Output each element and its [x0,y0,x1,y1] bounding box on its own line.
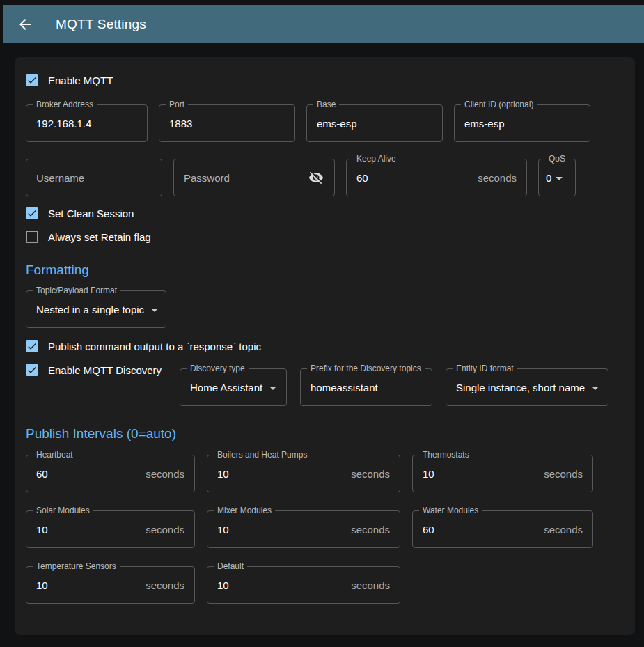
interval-value: 10 [217,524,229,536]
interval-field-heartbeat[interactable]: Heartbeat 60 seconds [26,455,195,492]
interval-label: Heartbeat [33,450,77,460]
interval-value: 10 [217,579,229,591]
interval-unit: seconds [351,524,390,536]
topic-payload-format-label: Topic/Payload Format [33,286,120,296]
enable-discovery-checkbox[interactable]: Enable MQTT Discovery [26,364,180,376]
back-button[interactable] [17,16,33,33]
discovery-prefix-label: Prefix for the Discovery topics [307,364,425,374]
username-field[interactable]: Username [26,159,162,196]
qos-value: 0 [546,172,551,184]
interval-unit: seconds [351,579,390,591]
discovery-row: Enable MQTT Discovery Discovery type Hom… [26,368,624,406]
interval-field-thermostats[interactable]: Thermostats 10 seconds [412,455,593,492]
arrow-drop-down-icon [592,387,599,390]
checkbox-label: Enable MQTT [48,75,113,86]
broker-address-field[interactable]: Broker Address 192.168.1.4 [26,104,148,142]
keep-alive-label: Keep Alive [353,154,400,164]
discovery-prefix-field[interactable]: Prefix for the Discovery topics homeassi… [300,368,432,406]
interval-label: Boilers and Heat Pumps [214,450,311,460]
interval-value: 10 [423,468,434,480]
client-id-field[interactable]: Client ID (optional) ems-esp [454,104,590,142]
interval-label: Thermostats [419,450,473,460]
password-placeholder: Password [184,172,230,184]
publish-intervals-heading: Publish Intervals (0=auto) [26,425,624,443]
interval-value: 10 [36,524,48,536]
app-bar: MQTT Settings [3,5,644,43]
entity-id-format-select[interactable]: Entity ID format Single instance, short … [446,368,608,406]
arrow-drop-down-icon [151,309,158,312]
checkbox-label: Enable MQTT Discovery [48,364,162,376]
interval-unit: seconds [146,468,184,480]
interval-field-mixer[interactable]: Mixer Modules 10 seconds [207,510,400,548]
base-value: ems-esp [317,118,357,130]
broker-address-value: 192.168.1.4 [36,118,91,130]
publish-response-checkbox[interactable]: Publish command output to a `response` t… [26,340,624,352]
discovery-prefix-value: homeassistant [311,382,378,393]
interval-label: Solar Modules [33,506,93,516]
qos-label: QoS [545,154,569,164]
interval-field-boilers[interactable]: Boilers and Heat Pumps 10 seconds [207,455,400,492]
port-label: Port [166,100,188,110]
checkbox-checked-icon [26,340,38,352]
interval-unit: seconds [146,524,184,536]
base-field[interactable]: Base ems-esp [306,104,443,142]
toggle-password-visibility-button[interactable] [308,169,324,186]
interval-field-temperature-sensors[interactable]: Temperature Sensors 10 seconds [26,566,195,604]
client-id-label: Client ID (optional) [461,100,537,110]
broker-address-label: Broker Address [33,100,97,110]
interval-field-solar[interactable]: Solar Modules 10 seconds [26,510,195,548]
discovery-type-label: Discovery type [187,364,249,374]
discovery-type-value: Home Assistant [190,382,262,393]
checkbox-label: Publish command output to a `response` t… [48,341,261,352]
visibility-off-icon [308,170,324,185]
interval-field-water[interactable]: Water Modules 60 seconds [412,510,593,548]
interval-value: 10 [217,468,229,480]
entity-id-format-label: Entity ID format [453,364,517,374]
checkbox-checked-icon [26,207,38,219]
port-field[interactable]: Port 1883 [159,104,295,142]
discovery-type-select[interactable]: Discovery type Home Assistant [180,368,287,406]
interval-value: 60 [423,524,434,536]
entity-id-format-value: Single instance, short name [456,382,585,393]
interval-field-default[interactable]: Default 10 seconds [207,566,400,604]
settings-panel: Enable MQTT Broker Address 192.168.1.4 P… [15,57,635,635]
port-value: 1883 [169,118,192,130]
password-field[interactable]: Password [173,159,335,196]
clean-session-checkbox[interactable]: Set Clean Session [26,207,624,219]
interval-value: 10 [36,579,48,591]
keep-alive-unit: seconds [478,172,517,184]
interval-value: 60 [36,468,48,480]
base-label: Base [313,100,339,110]
interval-unit: seconds [351,468,390,480]
interval-unit: seconds [544,468,583,480]
interval-label: Mixer Modules [214,506,275,516]
keep-alive-value: 60 [356,172,368,184]
interval-label: Default [214,561,247,572]
publish-intervals-grid: Heartbeat 60 seconds Boilers and Heat Pu… [26,455,624,604]
arrow-drop-down-icon [556,177,563,180]
checkbox-checked-icon [26,364,38,376]
interval-unit: seconds [544,524,583,536]
enable-mqtt-checkbox[interactable]: Enable MQTT [26,74,624,86]
arrow-drop-down-icon [269,387,276,390]
interval-label: Water Modules [419,506,482,516]
connection-row-1: Broker Address 192.168.1.4 Port 1883 Bas… [26,104,624,142]
interval-unit: seconds [146,579,184,591]
connection-row-2: Username Password Keep Alive 60 seconds … [26,159,624,196]
topic-format-row: Topic/Payload Format Nested in a single … [26,290,624,328]
topic-payload-format-select[interactable]: Topic/Payload Format Nested in a single … [26,290,166,328]
keep-alive-field[interactable]: Keep Alive 60 seconds [346,159,527,196]
retain-flag-checkbox[interactable]: Always set Retain flag [26,231,624,243]
arrow-left-icon [17,16,33,33]
qos-select[interactable]: QoS 0 [538,159,576,196]
checkbox-checked-icon [26,74,38,86]
checkbox-label: Always set Retain flag [48,231,151,243]
client-id-value: ems-esp [464,118,505,130]
username-placeholder: Username [36,172,84,184]
interval-label: Temperature Sensors [33,561,120,572]
checkbox-label: Set Clean Session [48,208,134,219]
topic-payload-format-value: Nested in a single topic [36,304,144,315]
formatting-heading: Formatting [26,261,624,279]
checkbox-unchecked-icon [26,231,38,243]
page-title: MQTT Settings [56,17,146,32]
